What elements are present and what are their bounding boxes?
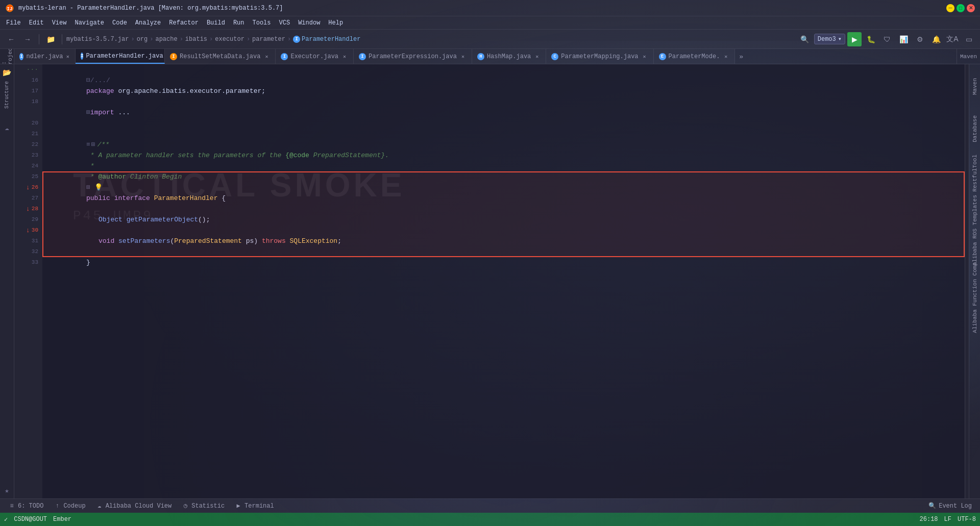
translate-button[interactable]: 文A bbox=[945, 32, 960, 46]
menu-analyze[interactable]: Analyze bbox=[131, 18, 165, 28]
close-button[interactable]: ✕ bbox=[967, 4, 975, 12]
sidebar-icon-bookmarks[interactable]: ★ bbox=[1, 484, 13, 496]
tab-parameterexpression[interactable]: I ParameterExpression.java ✕ bbox=[354, 49, 472, 64]
separator-1 bbox=[39, 34, 39, 44]
cloud-view-panel[interactable]: ☁ Alibaba Cloud View bbox=[92, 502, 176, 511]
debug-button[interactable]: 🐛 bbox=[864, 32, 878, 46]
sidebar-icon-structure[interactable]: Structure bbox=[1, 80, 13, 110]
menu-bar: File Edit View Navigate Code Analyze Ref… bbox=[0, 16, 980, 30]
tab-close-resultsetmetadata[interactable]: ✕ bbox=[263, 53, 270, 60]
minimize-button[interactable]: ─ bbox=[946, 4, 954, 12]
code-line-25: ⊞ 💡 bbox=[46, 171, 961, 182]
tab-parameterhandler[interactable]: I ParameterHandler.java ✕ bbox=[76, 49, 165, 64]
code-line-19 bbox=[46, 107, 961, 118]
profile-button[interactable]: 📊 bbox=[896, 32, 911, 46]
bottom-toolbar: ≡ 6: TODO ↑ Codeup ☁ Alibaba Cloud View … bbox=[0, 498, 980, 513]
tab-label-ndler: ndler.java bbox=[26, 53, 63, 60]
tab-close-ndler[interactable]: ✕ bbox=[66, 53, 70, 60]
menu-edit[interactable]: Edit bbox=[25, 18, 48, 28]
statistic-panel[interactable]: ◷ Statistic bbox=[178, 502, 229, 511]
layout-button[interactable]: ▭ bbox=[962, 32, 976, 46]
code-line-24: * @author Clinton Begin bbox=[46, 161, 961, 171]
tab-parametermode[interactable]: E ParameterMode. ✕ bbox=[654, 49, 736, 64]
sidebar-panel-toggle[interactable]: 1: Project bbox=[0, 49, 14, 64]
tab-close-parametermapping[interactable]: ✕ bbox=[641, 53, 648, 60]
tab-close-parameterexpression[interactable]: ✕ bbox=[459, 53, 467, 60]
breadcrumb-executor[interactable]: executor bbox=[215, 36, 244, 43]
menu-window[interactable]: Window bbox=[294, 18, 324, 28]
run-button[interactable]: ▶ bbox=[847, 32, 862, 46]
status-encoding[interactable]: UTF-8 bbox=[958, 516, 976, 523]
menu-help[interactable]: Help bbox=[324, 18, 347, 28]
class-icon: I bbox=[293, 36, 300, 43]
alibaba-func-panel[interactable]: Alibaba Function Comp bbox=[972, 264, 978, 331]
tab-label-parametermode: ParameterMode. bbox=[669, 53, 720, 60]
code-line-28: Object getParameterObject(); bbox=[46, 204, 961, 214]
database-panel[interactable]: Database bbox=[972, 108, 978, 149]
editor-tabs: 1: Project I ndler.java ✕ I ParameterHan… bbox=[0, 49, 980, 64]
maximize-button[interactable]: □ bbox=[957, 4, 965, 12]
menu-vcs[interactable]: VCS bbox=[275, 18, 295, 28]
back-button[interactable]: ← bbox=[4, 32, 18, 46]
breadcrumb-parameter[interactable]: parameter bbox=[252, 36, 285, 43]
sidebar-icon-cloudexplorer[interactable]: ☁ bbox=[1, 121, 13, 134]
menu-run[interactable]: Run bbox=[229, 18, 249, 28]
menu-tools[interactable]: Tools bbox=[249, 18, 275, 28]
code-editor[interactable]: ⊟/.../ package org.apache.ibatis.executo… bbox=[42, 64, 965, 498]
title-bar: IJ mybatis-leran - ParameterHandler.java… bbox=[0, 0, 980, 16]
cloud-view-icon: ☁ bbox=[96, 503, 103, 510]
code-line-33 bbox=[46, 257, 961, 268]
tab-label-hashmap: HashMap.java bbox=[487, 53, 531, 60]
tab-close-hashmap[interactable]: ✕ bbox=[533, 53, 541, 60]
menu-code[interactable]: Code bbox=[108, 18, 131, 28]
title-text: mybatis-leran - ParameterHandler.java [M… bbox=[18, 5, 283, 12]
tabs-overflow-button[interactable]: » bbox=[736, 49, 746, 64]
todo-panel[interactable]: ≡ 6: TODO bbox=[4, 502, 47, 511]
tab-close-parametermode[interactable]: ✕ bbox=[722, 53, 729, 60]
alibaba-ros-panel[interactable]: Alibaba ROS Templates bbox=[972, 197, 978, 263]
terminal-label: Terminal bbox=[244, 503, 274, 510]
maven-tab-label[interactable]: Maven bbox=[957, 49, 980, 64]
menu-build[interactable]: Build bbox=[203, 18, 229, 28]
menu-refactor[interactable]: Refactor bbox=[165, 18, 203, 28]
git-check-icon: ✓ bbox=[4, 516, 8, 523]
notifications-button[interactable]: 🔔 bbox=[929, 32, 943, 46]
forward-button[interactable]: → bbox=[20, 32, 35, 46]
vertical-scrollbar[interactable] bbox=[965, 64, 969, 498]
tab-hashmap[interactable]: H HashMap.java ✕ bbox=[472, 49, 546, 64]
codeup-panel[interactable]: ↑ Codeup bbox=[50, 502, 89, 511]
code-line-20 bbox=[46, 118, 961, 129]
menu-view[interactable]: View bbox=[48, 18, 71, 28]
tab-icon-executor: I bbox=[281, 53, 288, 60]
coverage-button[interactable]: 🛡 bbox=[880, 32, 894, 46]
breadcrumb-ibatis[interactable]: ibatis bbox=[185, 36, 207, 43]
breadcrumb-org[interactable]: org bbox=[137, 36, 148, 43]
maven-panel[interactable]: Maven bbox=[972, 66, 978, 107]
menu-file[interactable]: File bbox=[2, 18, 25, 28]
settings-button[interactable]: ⚙ bbox=[913, 32, 927, 46]
tab-close-executor[interactable]: ✕ bbox=[341, 53, 348, 60]
status-csdn[interactable]: CSDN@GOUT bbox=[14, 516, 47, 523]
cloud-view-label: Alibaba Cloud View bbox=[106, 503, 172, 510]
breadcrumb-apache[interactable]: apache bbox=[155, 36, 177, 43]
csdn-label: CSDN@GOUT bbox=[14, 516, 47, 523]
event-log-panel[interactable]: 🔍 Event Log bbox=[924, 501, 976, 511]
tab-parametermapping[interactable]: C ParameterMapping.java ✕ bbox=[546, 49, 653, 64]
tab-ndler[interactable]: I ndler.java ✕ bbox=[14, 49, 76, 64]
terminal-panel[interactable]: ▶ Terminal bbox=[231, 502, 278, 511]
status-lf[interactable]: LF bbox=[944, 516, 951, 523]
project-button[interactable]: 📁 bbox=[43, 32, 58, 46]
status-ember[interactable]: Ember bbox=[53, 516, 71, 523]
breadcrumb-jar[interactable]: mybatis-3.5.7.jar bbox=[66, 36, 129, 43]
breadcrumb-current: ParameterHandler bbox=[302, 36, 360, 43]
status-position[interactable]: 26:18 bbox=[920, 516, 938, 523]
event-log-label: Event Log bbox=[939, 503, 972, 510]
tab-resultsetmetadata[interactable]: I ResultSetMetaData.java ✕ bbox=[165, 49, 276, 64]
restfultool-panel[interactable]: RestfulTool bbox=[972, 150, 978, 196]
project-selector[interactable]: Demo3 ▾ bbox=[814, 34, 845, 44]
tab-executor[interactable]: I Executor.java ✕ bbox=[276, 49, 354, 64]
sidebar-icon-project[interactable]: 📂 bbox=[1, 66, 13, 79]
menu-navigate[interactable]: Navigate bbox=[70, 18, 108, 28]
git-indicator[interactable]: ✓ bbox=[4, 516, 8, 523]
search-everywhere-button[interactable]: 🔍 bbox=[798, 32, 812, 46]
